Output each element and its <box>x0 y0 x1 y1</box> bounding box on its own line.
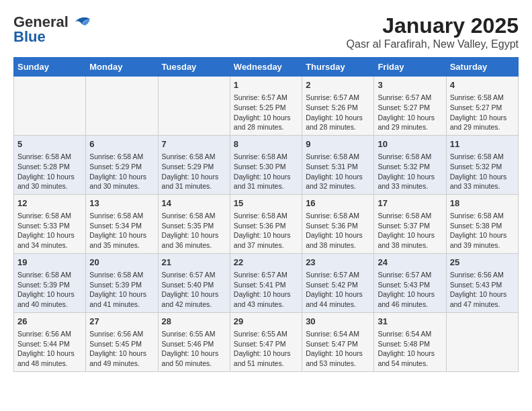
calendar-cell: 24Sunrise: 6:57 AM Sunset: 5:43 PM Dayli… <box>374 253 446 312</box>
day-number: 21 <box>162 257 226 269</box>
header-sunday: Sunday <box>14 58 86 77</box>
calendar-cell: 28Sunrise: 6:55 AM Sunset: 5:46 PM Dayli… <box>158 312 230 371</box>
day-number: 8 <box>234 138 298 150</box>
day-info: Sunrise: 6:57 AM Sunset: 5:27 PM Dayligh… <box>378 93 442 132</box>
calendar-cell: 1Sunrise: 6:57 AM Sunset: 5:25 PM Daylig… <box>230 77 302 136</box>
day-number: 23 <box>306 257 370 269</box>
day-info: Sunrise: 6:58 AM Sunset: 5:31 PM Dayligh… <box>306 152 370 191</box>
calendar-header-row: SundayMondayTuesdayWednesdayThursdayFrid… <box>14 58 519 77</box>
logo: General Blue <box>13 13 94 46</box>
calendar-cell: 14Sunrise: 6:58 AM Sunset: 5:35 PM Dayli… <box>158 194 230 253</box>
day-info: Sunrise: 6:58 AM Sunset: 5:28 PM Dayligh… <box>17 152 82 191</box>
day-number: 16 <box>306 197 370 210</box>
day-number: 1 <box>234 79 298 91</box>
calendar-cell: 7Sunrise: 6:58 AM Sunset: 5:29 PM Daylig… <box>158 135 230 194</box>
day-number: 26 <box>17 316 82 328</box>
day-number: 24 <box>378 257 442 269</box>
day-info: Sunrise: 6:57 AM Sunset: 5:42 PM Dayligh… <box>306 270 370 310</box>
day-info: Sunrise: 6:57 AM Sunset: 5:26 PM Dayligh… <box>306 93 370 132</box>
day-number: 7 <box>162 138 226 150</box>
day-info: Sunrise: 6:58 AM Sunset: 5:37 PM Dayligh… <box>378 211 442 250</box>
page-title: January 2025 <box>347 13 519 38</box>
day-info: Sunrise: 6:58 AM Sunset: 5:34 PM Dayligh… <box>89 211 154 250</box>
title-block: January 2025 Qasr al Farafirah, New Vall… <box>347 13 519 50</box>
day-info: Sunrise: 6:56 AM Sunset: 5:45 PM Dayligh… <box>89 329 154 369</box>
day-number: 18 <box>450 197 515 210</box>
calendar-cell: 6Sunrise: 6:58 AM Sunset: 5:29 PM Daylig… <box>86 135 158 194</box>
calendar-cell: 16Sunrise: 6:58 AM Sunset: 5:36 PM Dayli… <box>302 194 374 253</box>
day-number: 13 <box>89 197 154 210</box>
calendar-cell: 11Sunrise: 6:58 AM Sunset: 5:32 PM Dayli… <box>446 135 518 194</box>
day-number: 14 <box>162 197 226 210</box>
calendar-cell <box>158 77 230 136</box>
day-number: 22 <box>234 257 298 269</box>
day-info: Sunrise: 6:58 AM Sunset: 5:36 PM Dayligh… <box>234 211 298 250</box>
calendar-week-row: 12Sunrise: 6:58 AM Sunset: 5:33 PM Dayli… <box>14 194 519 253</box>
day-info: Sunrise: 6:58 AM Sunset: 5:32 PM Dayligh… <box>378 152 442 191</box>
day-info: Sunrise: 6:58 AM Sunset: 5:27 PM Dayligh… <box>450 93 515 132</box>
day-info: Sunrise: 6:57 AM Sunset: 5:25 PM Dayligh… <box>234 93 298 132</box>
day-info: Sunrise: 6:54 AM Sunset: 5:48 PM Dayligh… <box>378 329 442 369</box>
calendar-cell: 4Sunrise: 6:58 AM Sunset: 5:27 PM Daylig… <box>446 77 518 136</box>
header-friday: Friday <box>374 58 446 77</box>
calendar-cell: 19Sunrise: 6:58 AM Sunset: 5:39 PM Dayli… <box>14 253 86 312</box>
calendar-cell: 13Sunrise: 6:58 AM Sunset: 5:34 PM Dayli… <box>86 194 158 253</box>
calendar-cell: 21Sunrise: 6:57 AM Sunset: 5:40 PM Dayli… <box>158 253 230 312</box>
day-info: Sunrise: 6:54 AM Sunset: 5:47 PM Dayligh… <box>306 329 370 369</box>
day-info: Sunrise: 6:58 AM Sunset: 5:36 PM Dayligh… <box>306 211 370 250</box>
header-saturday: Saturday <box>446 58 518 77</box>
calendar-cell: 2Sunrise: 6:57 AM Sunset: 5:26 PM Daylig… <box>302 77 374 136</box>
day-info: Sunrise: 6:57 AM Sunset: 5:41 PM Dayligh… <box>234 270 298 310</box>
day-info: Sunrise: 6:58 AM Sunset: 5:32 PM Dayligh… <box>450 152 515 191</box>
day-number: 30 <box>306 316 370 328</box>
page-header: General Blue January 2025 Qasr al Farafi… <box>13 13 519 50</box>
day-info: Sunrise: 6:57 AM Sunset: 5:43 PM Dayligh… <box>378 270 442 310</box>
calendar-cell <box>86 77 158 136</box>
logo-blue: Blue <box>13 28 46 46</box>
day-info: Sunrise: 6:58 AM Sunset: 5:39 PM Dayligh… <box>17 270 82 310</box>
calendar-week-row: 26Sunrise: 6:56 AM Sunset: 5:44 PM Dayli… <box>14 312 519 371</box>
calendar-cell: 22Sunrise: 6:57 AM Sunset: 5:41 PM Dayli… <box>230 253 302 312</box>
calendar-cell: 29Sunrise: 6:55 AM Sunset: 5:47 PM Dayli… <box>230 312 302 371</box>
calendar-cell: 18Sunrise: 6:58 AM Sunset: 5:38 PM Dayli… <box>446 194 518 253</box>
day-info: Sunrise: 6:57 AM Sunset: 5:40 PM Dayligh… <box>162 270 226 310</box>
day-info: Sunrise: 6:55 AM Sunset: 5:46 PM Dayligh… <box>162 329 226 369</box>
day-number: 17 <box>378 197 442 210</box>
calendar-cell: 9Sunrise: 6:58 AM Sunset: 5:31 PM Daylig… <box>302 135 374 194</box>
calendar-cell: 23Sunrise: 6:57 AM Sunset: 5:42 PM Dayli… <box>302 253 374 312</box>
day-info: Sunrise: 6:58 AM Sunset: 5:29 PM Dayligh… <box>162 152 226 191</box>
calendar-week-row: 5Sunrise: 6:58 AM Sunset: 5:28 PM Daylig… <box>14 135 519 194</box>
calendar-cell: 30Sunrise: 6:54 AM Sunset: 5:47 PM Dayli… <box>302 312 374 371</box>
day-info: Sunrise: 6:58 AM Sunset: 5:33 PM Dayligh… <box>17 211 82 250</box>
calendar-cell: 3Sunrise: 6:57 AM Sunset: 5:27 PM Daylig… <box>374 77 446 136</box>
day-info: Sunrise: 6:55 AM Sunset: 5:47 PM Dayligh… <box>234 329 298 369</box>
header-thursday: Thursday <box>302 58 374 77</box>
day-number: 31 <box>378 316 442 328</box>
day-info: Sunrise: 6:58 AM Sunset: 5:35 PM Dayligh… <box>162 211 226 250</box>
day-info: Sunrise: 6:58 AM Sunset: 5:29 PM Dayligh… <box>89 152 154 191</box>
calendar-cell: 17Sunrise: 6:58 AM Sunset: 5:37 PM Dayli… <box>374 194 446 253</box>
calendar-cell: 15Sunrise: 6:58 AM Sunset: 5:36 PM Dayli… <box>230 194 302 253</box>
calendar-cell: 25Sunrise: 6:56 AM Sunset: 5:43 PM Dayli… <box>446 253 518 312</box>
calendar-cell: 20Sunrise: 6:58 AM Sunset: 5:39 PM Dayli… <box>86 253 158 312</box>
day-number: 4 <box>450 79 515 91</box>
calendar-cell: 31Sunrise: 6:54 AM Sunset: 5:48 PM Dayli… <box>374 312 446 371</box>
day-number: 20 <box>89 257 154 269</box>
calendar-cell: 10Sunrise: 6:58 AM Sunset: 5:32 PM Dayli… <box>374 135 446 194</box>
day-number: 3 <box>378 79 442 91</box>
day-number: 28 <box>162 316 226 328</box>
day-info: Sunrise: 6:56 AM Sunset: 5:43 PM Dayligh… <box>450 270 515 310</box>
day-number: 11 <box>450 138 515 150</box>
day-info: Sunrise: 6:56 AM Sunset: 5:44 PM Dayligh… <box>17 329 82 369</box>
day-number: 25 <box>450 257 515 269</box>
day-number: 10 <box>378 138 442 150</box>
calendar-week-row: 19Sunrise: 6:58 AM Sunset: 5:39 PM Dayli… <box>14 253 519 312</box>
day-number: 15 <box>234 197 298 210</box>
page-subtitle: Qasr al Farafirah, New Valley, Egypt <box>347 38 519 50</box>
calendar-cell: 26Sunrise: 6:56 AM Sunset: 5:44 PM Dayli… <box>14 312 86 371</box>
day-number: 27 <box>89 316 154 328</box>
day-info: Sunrise: 6:58 AM Sunset: 5:30 PM Dayligh… <box>234 152 298 191</box>
calendar-cell: 5Sunrise: 6:58 AM Sunset: 5:28 PM Daylig… <box>14 135 86 194</box>
day-info: Sunrise: 6:58 AM Sunset: 5:39 PM Dayligh… <box>89 270 154 310</box>
calendar-cell <box>14 77 86 136</box>
